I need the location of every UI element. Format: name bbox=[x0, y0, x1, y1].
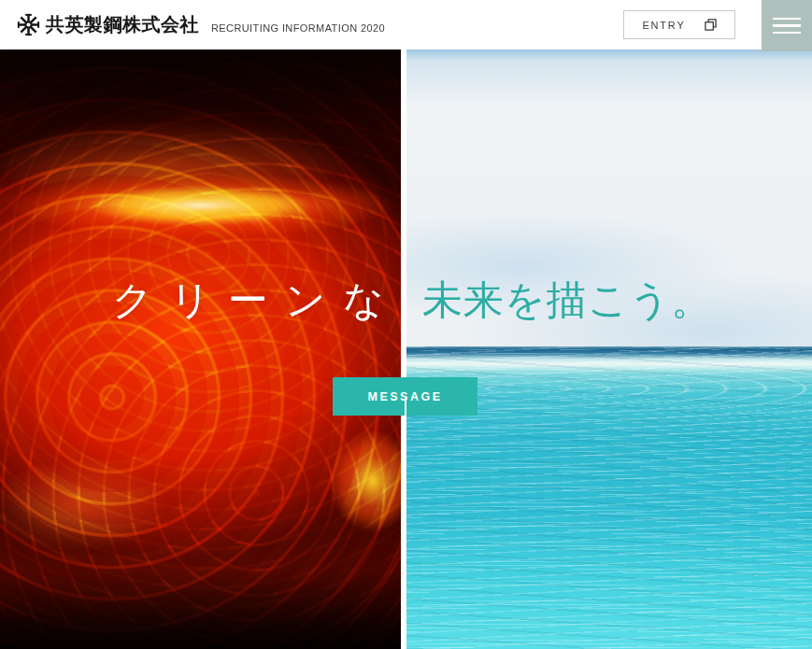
hamburger-bar bbox=[773, 24, 801, 27]
lava-texture-overlay bbox=[0, 49, 401, 649]
external-link-icon bbox=[705, 19, 717, 31]
entry-button-label: ENTRY bbox=[642, 20, 685, 31]
message-button[interactable]: MESSAGE bbox=[333, 377, 477, 416]
recruiting-subtitle: RECRUITING INFORMATION 2020 bbox=[211, 17, 385, 34]
site-header: 共英製鋼株式会社 RECRUITING INFORMATION 2020 ENT… bbox=[0, 0, 812, 49]
hero-section: クリーンな 未来を描こう。 MESSAGE bbox=[0, 49, 812, 649]
entry-button[interactable]: ENTRY bbox=[623, 10, 735, 39]
message-button-tick-line bbox=[405, 396, 406, 416]
hamburger-menu-button[interactable] bbox=[762, 0, 812, 51]
hamburger-bar bbox=[773, 32, 801, 35]
ocean-sky-image bbox=[406, 49, 812, 649]
company-name: 共英製鋼株式会社 bbox=[46, 12, 199, 37]
molten-steel-image bbox=[0, 49, 401, 649]
hamburger-bar bbox=[773, 18, 801, 21]
company-logo[interactable]: 共英製鋼株式会社 bbox=[16, 12, 199, 37]
logo-mark-icon bbox=[16, 12, 41, 37]
